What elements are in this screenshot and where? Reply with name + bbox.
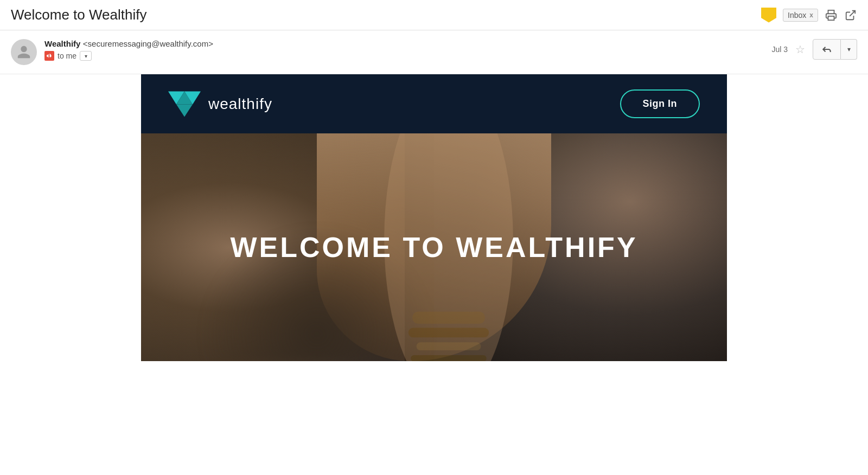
sender-info: Wealthify <securemessaging@wealthify.com…	[44, 39, 764, 61]
sign-in-button[interactable]: Sign In	[620, 89, 700, 118]
hero-section: WELCOME TO WEALTHIFY	[141, 133, 727, 361]
external-link-icon[interactable]	[844, 9, 857, 22]
svg-rect-8	[409, 328, 489, 338]
svg-rect-0	[828, 16, 834, 20]
label-icon[interactable]	[761, 8, 776, 23]
reply-button[interactable]	[813, 39, 841, 60]
close-inbox-tag[interactable]: x	[809, 11, 813, 19]
inbox-badge[interactable]: Inbox x	[783, 9, 818, 22]
to-me-row: to me ▾	[44, 51, 764, 61]
svg-rect-7	[412, 312, 485, 324]
hero-text: WELCOME TO WEALTHIFY	[230, 231, 637, 264]
reply-actions: ▾	[813, 39, 857, 60]
wealthify-logo-icon	[168, 91, 201, 118]
sender-name: Wealthify	[44, 39, 80, 48]
email-body: wealthify Sign In WELCOME T	[0, 74, 868, 467]
inbox-label: Inbox	[788, 11, 806, 20]
svg-marker-5	[176, 104, 193, 117]
email-header: Wealthify <securemessaging@wealthify.com…	[0, 30, 868, 74]
to-me-dropdown[interactable]: ▾	[80, 51, 92, 61]
email-date: Jul 3	[771, 45, 788, 54]
svg-line-1	[850, 10, 855, 16]
to-me-text: to me	[58, 52, 76, 60]
email-subject: Welcome to Wealthify	[11, 7, 755, 23]
sender-email: <securemessaging@wealthify.com>	[83, 39, 213, 48]
wealthify-email-content: wealthify Sign In WELCOME T	[141, 74, 727, 361]
star-icon[interactable]: ☆	[795, 43, 805, 56]
wealthify-header: wealthify Sign In	[141, 74, 727, 133]
email-meta: Jul 3 ☆ ▾	[771, 39, 857, 60]
top-bar-actions	[825, 9, 857, 22]
svg-rect-10	[411, 355, 487, 361]
logo-text: wealthify	[208, 95, 272, 113]
wealthify-logo: wealthify	[168, 91, 272, 118]
person-icon	[16, 44, 31, 60]
mute-icon	[44, 51, 54, 61]
sender-avatar	[11, 39, 37, 65]
print-icon[interactable]	[825, 9, 838, 22]
more-options-button[interactable]: ▾	[841, 39, 857, 60]
svg-rect-9	[417, 342, 481, 350]
top-bar: Welcome to Wealthify Inbox x	[0, 0, 868, 30]
